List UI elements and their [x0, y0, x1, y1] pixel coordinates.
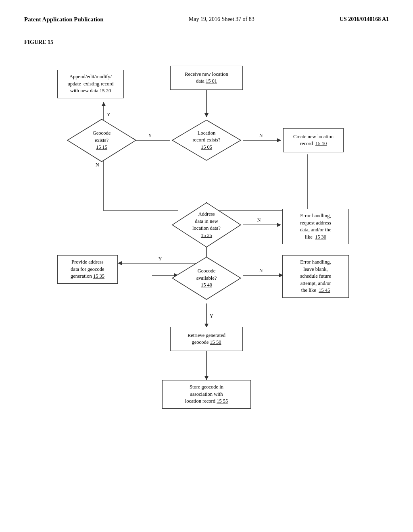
node-1545-ref: 15 45 — [319, 287, 330, 293]
header-center: May 19, 2016 Sheet 37 of 83 — [189, 16, 254, 23]
diagram-container: Y N Y N N Y — [33, 58, 380, 493]
node-1555: Store geocode inassociation withlocation… — [162, 380, 251, 409]
node-1501-label: Receive new locationdata 15 01 — [185, 71, 228, 85]
svg-marker-34 — [204, 376, 209, 380]
header-right: US 2016/0140168 A1 — [340, 16, 389, 23]
node-1510-ref: 15 10 — [315, 141, 327, 146]
node-1540-text: Geocodeavailable?15 40 — [170, 255, 243, 301]
node-1505-wrapper: Locationrecord exists?15 05 — [170, 118, 243, 162]
node-1525-text: Addressdata in newlocation data?15 25 — [170, 201, 243, 249]
node-1550: Retrieve generatedgeocode 15 50 — [170, 327, 243, 351]
node-1501-ref: 15 01 — [206, 78, 217, 84]
svg-text:N: N — [259, 268, 263, 273]
node-1520: Append/edit/modify/update existing recor… — [57, 70, 124, 98]
svg-marker-13 — [102, 102, 106, 106]
node-1535: Provide addressdata for geocodegeneratio… — [57, 255, 118, 284]
svg-marker-19 — [277, 223, 281, 227]
header-left: Patent Application Publication — [24, 16, 104, 23]
node-1545: Error handling,leave blank,schedule futu… — [282, 255, 349, 298]
svg-marker-23 — [118, 261, 122, 265]
svg-text:Y: Y — [159, 256, 162, 262]
node-1515-wrapper: Geocodeexists?15 15 — [65, 117, 138, 164]
svg-text:N: N — [257, 217, 261, 223]
figure-title: FIGURE 15 — [24, 39, 389, 46]
node-1540-wrapper: Geocodeavailable?15 40 — [170, 255, 243, 301]
node-1525-wrapper: Addressdata in newlocation data?15 25 — [170, 201, 243, 249]
svg-marker-6 — [277, 138, 281, 142]
header: Patent Application Publication May 19, 2… — [24, 16, 389, 23]
node-1501: Receive new locationdata 15 01 — [170, 66, 243, 90]
node-1535-ref: 15 35 — [93, 273, 104, 279]
node-1515-text: Geocodeexists?15 15 — [65, 117, 138, 164]
node-1520-ref: 15 20 — [100, 88, 111, 94]
node-1530-ref: 15 30 — [315, 234, 326, 240]
node-1505-text: Locationrecord exists?15 05 — [170, 118, 243, 162]
node-1530: Error handling,request addressdata, and/… — [282, 209, 349, 244]
svg-text:Y: Y — [148, 133, 152, 138]
svg-marker-1 — [204, 113, 209, 117]
node-1555-ref: 15 55 — [217, 398, 228, 404]
node-1550-ref: 15 50 — [210, 339, 221, 345]
svg-text:N: N — [259, 133, 263, 138]
svg-text:Y: Y — [107, 112, 111, 117]
node-1510: Create new locationrecord 15 10 — [283, 128, 344, 152]
page: Patent Application Publication May 19, 2… — [0, 0, 413, 532]
svg-text:Y: Y — [210, 313, 213, 319]
